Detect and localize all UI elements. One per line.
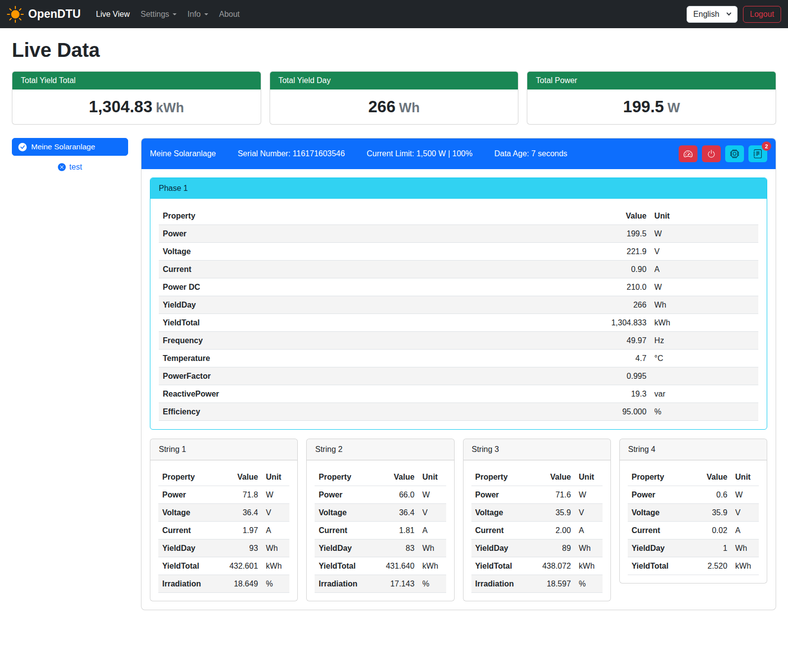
property-cell: YieldDay	[315, 539, 381, 557]
table-header-row: Property Value Unit	[159, 207, 758, 225]
table-row: Current0.90A	[159, 261, 758, 278]
journal-icon	[753, 149, 762, 158]
value-cell: 35.9	[695, 504, 731, 522]
value-cell: 95.000	[578, 403, 650, 421]
unit-cell: kWh	[418, 557, 446, 575]
chevron-down-icon	[727, 11, 732, 16]
value-cell: 199.5	[578, 225, 650, 243]
col-value: Value	[538, 468, 575, 486]
table-header-row: Property Value Unit	[315, 468, 446, 486]
value-cell: 0.6	[695, 486, 731, 504]
nav-about[interactable]: About	[214, 6, 245, 23]
unit-cell: %	[418, 575, 446, 593]
inverter-name: Meine Solaranlage	[150, 149, 216, 158]
sidebar-item-test[interactable]: test	[12, 163, 128, 172]
card-body: 199.5W	[527, 90, 776, 124]
table-row: Current2.00A	[471, 522, 603, 539]
table-row: Voltage36.4V	[315, 504, 446, 522]
property-cell: Current	[315, 522, 381, 539]
unit-cell: Wh	[262, 539, 290, 557]
total-power-value: 199.5	[623, 97, 664, 116]
unit-cell: W	[575, 486, 603, 504]
nav-right: English Logout	[687, 6, 781, 23]
unit-cell: V	[575, 504, 603, 522]
total-yield-day-unit: Wh	[399, 100, 420, 115]
total-yield-day-value: 266	[368, 97, 395, 116]
value-cell: 19.3	[578, 385, 650, 403]
card-header: Total Yield Day	[270, 72, 518, 90]
card-body: 1,304.83kWh	[12, 90, 261, 124]
table-row: Irradiation18.597%	[471, 575, 603, 593]
col-value: Value	[578, 207, 650, 225]
table-row: Power DC210.0W	[159, 278, 758, 296]
unit-cell: W	[650, 225, 758, 243]
inverter-data-age: Data Age: 7 seconds	[494, 149, 567, 158]
string-card-header: String 3	[464, 439, 610, 460]
property-cell: YieldTotal	[628, 557, 695, 575]
property-cell: Voltage	[159, 243, 578, 261]
nav-live-view[interactable]: Live View	[91, 6, 135, 23]
unit-cell: var	[650, 385, 758, 403]
limit-settings-button[interactable]	[679, 145, 697, 162]
table-row: YieldTotal432.601kWh	[158, 557, 289, 575]
table-row: PowerFactor0.995	[159, 367, 758, 385]
unit-cell: kWh	[650, 314, 758, 332]
property-cell: Voltage	[315, 504, 381, 522]
property-cell: YieldTotal	[471, 557, 538, 575]
string-1-card: String 1 Property Value Unit	[150, 439, 298, 601]
table-row: Voltage35.9V	[628, 504, 759, 522]
property-cell: Voltage	[471, 504, 538, 522]
col-property: Property	[158, 468, 225, 486]
property-cell: Irradiation	[158, 575, 225, 593]
table-row: YieldDay83Wh	[315, 539, 446, 557]
unit-cell: °C	[650, 350, 758, 367]
value-cell: 49.97	[578, 332, 650, 350]
string-2-card: String 2 Property Value Unit	[306, 439, 454, 601]
unit-cell: %	[262, 575, 290, 593]
string-3-table: Property Value Unit Power71.6WVoltage35.…	[471, 468, 603, 593]
inverter-select-button[interactable]: Meine Solaranlage	[12, 138, 128, 156]
event-log-button[interactable]: 2	[748, 145, 767, 162]
logout-button[interactable]: Logout	[743, 6, 781, 23]
col-value: Value	[225, 468, 262, 486]
nav-settings[interactable]: Settings	[135, 6, 182, 23]
total-yield-total-value: 1,304.83	[89, 97, 152, 116]
unit-cell: A	[418, 522, 446, 539]
table-row: Irradiation18.649%	[158, 575, 289, 593]
table-row: Power71.8W	[158, 486, 289, 504]
table-row: YieldDay266Wh	[159, 296, 758, 314]
unit-cell: kWh	[262, 557, 290, 575]
table-header-row: Property Value Unit	[471, 468, 603, 486]
property-cell: Power	[471, 486, 538, 504]
unit-cell: Wh	[731, 539, 759, 557]
property-cell: PowerFactor	[159, 367, 578, 385]
strings-row: String 1 Property Value Unit	[150, 439, 767, 601]
language-select[interactable]: English	[687, 6, 738, 23]
nav-live-view-label: Live View	[96, 10, 130, 19]
brand[interactable]: OpenDTU	[7, 6, 81, 23]
unit-cell	[650, 367, 758, 385]
string-card-header: String 4	[620, 439, 767, 460]
value-cell: 0.02	[695, 522, 731, 539]
total-yield-total-unit: kWh	[156, 100, 184, 115]
power-icon	[707, 149, 716, 158]
total-power-card: Total Power 199.5W	[527, 71, 776, 125]
string-card-header: String 1	[150, 439, 297, 460]
value-cell: 438.072	[538, 557, 575, 575]
property-cell: YieldDay	[471, 539, 538, 557]
col-unit: Unit	[650, 207, 758, 225]
table-row: Voltage36.4V	[158, 504, 289, 522]
table-row: YieldDay89Wh	[471, 539, 603, 557]
device-info-button[interactable]	[725, 145, 744, 162]
col-property: Property	[628, 468, 695, 486]
value-cell: 36.4	[382, 504, 418, 522]
unit-cell: kWh	[731, 557, 759, 575]
power-button[interactable]	[702, 145, 721, 162]
value-cell: 0.90	[578, 261, 650, 278]
property-cell: Frequency	[159, 332, 578, 350]
phase-table: Property Value Unit Power199.5WVoltage22…	[159, 207, 758, 421]
phase-card: Phase 1 Property Value Unit Power199.5WV…	[150, 178, 767, 430]
nav-info[interactable]: Info	[182, 6, 214, 23]
value-cell: 93	[225, 539, 262, 557]
nav-settings-label: Settings	[140, 10, 169, 19]
